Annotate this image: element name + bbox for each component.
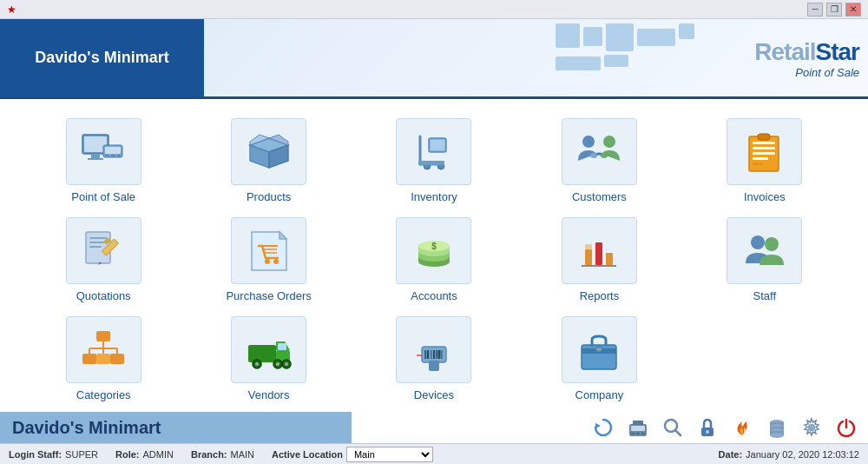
svg-point-113 — [809, 425, 815, 431]
logo-retail: Retail — [754, 37, 815, 64]
activity-button[interactable] — [727, 413, 757, 442]
svg-rect-61 — [96, 331, 110, 341]
purchase-orders-icon — [245, 227, 293, 275]
lock-button[interactable] — [693, 413, 722, 442]
module-customers[interactable]: Customers — [522, 115, 676, 207]
svg-rect-93 — [597, 348, 601, 350]
svg-rect-70 — [248, 345, 276, 362]
date-label: Date: — [719, 449, 743, 460]
module-label-staff: Staff — [753, 289, 777, 302]
svg-text:$: $ — [431, 242, 437, 251]
module-icon-box-accounts: $ — [396, 217, 471, 284]
svg-point-21 — [582, 136, 595, 148]
role-label: Role: — [115, 449, 140, 460]
svg-rect-67 — [110, 354, 124, 364]
module-label-accounts: Accounts — [411, 289, 457, 302]
module-inventory[interactable]: Inventory — [357, 115, 511, 207]
settings-icon — [800, 416, 823, 439]
location-info: Active Location Main — [272, 447, 433, 462]
svg-rect-97 — [631, 433, 635, 434]
module-reports[interactable]: Reports — [522, 214, 676, 306]
module-categories[interactable]: Categories — [26, 313, 181, 405]
module-icon-box-inventory — [396, 118, 471, 185]
header: Davido's Minimart RetailStar Point of Sa… — [0, 19, 868, 99]
module-devices[interactable]: Devices — [357, 313, 511, 405]
module-icon-box-staff — [727, 217, 802, 284]
reports-icon — [575, 227, 623, 275]
search-icon — [661, 416, 684, 439]
brand-area: Davido's Minimart — [0, 19, 204, 96]
module-label-inventory: Inventory — [411, 190, 457, 203]
module-label-customers: Customers — [572, 190, 627, 203]
module-products[interactable]: Products — [191, 115, 345, 207]
devices-icon — [410, 326, 458, 375]
svg-rect-30 — [753, 162, 763, 165]
module-icon-box-devices — [396, 316, 471, 383]
settings-button[interactable] — [797, 413, 826, 442]
svg-rect-96 — [631, 426, 645, 431]
module-company[interactable]: Company — [522, 313, 676, 405]
close-button[interactable]: ✕ — [845, 3, 861, 17]
module-label-reports: Reports — [580, 289, 620, 302]
module-label-quotations: Quotations — [76, 289, 131, 302]
module-purchase-orders[interactable]: Purchase Orders — [191, 214, 345, 306]
lock-icon — [696, 416, 719, 439]
brand-name: Davido's Minimart — [35, 49, 168, 67]
svg-point-79 — [285, 362, 288, 366]
svg-point-59 — [751, 235, 765, 249]
date-info: Date: January 02, 2020 12:03:12 — [719, 449, 859, 460]
module-icon-box-categories — [66, 316, 141, 383]
svg-rect-15 — [431, 140, 444, 150]
module-icon-box-quotations — [66, 217, 141, 284]
svg-rect-6 — [105, 155, 109, 156]
module-quotations[interactable]: Quotations — [26, 214, 181, 306]
svg-rect-73 — [278, 343, 286, 350]
module-pos[interactable]: Point of Sale — [26, 115, 181, 207]
branch-info: Branch: MAIN — [191, 449, 254, 460]
logo-subtitle: Point of Sale — [754, 65, 859, 78]
footer-toolbar — [589, 412, 861, 443]
module-icon-box-customers — [562, 118, 637, 185]
fire-icon — [731, 416, 753, 439]
date-value: January 02, 2020 12:03:12 — [746, 449, 859, 460]
role-value: ADMIN — [143, 449, 174, 460]
svg-point-22 — [603, 136, 615, 148]
module-accounts[interactable]: $ Accounts — [357, 214, 511, 306]
svg-point-60 — [765, 237, 779, 251]
refresh-button[interactable] — [589, 413, 618, 442]
decor-5 — [679, 23, 694, 39]
branch-value: MAIN — [231, 449, 255, 460]
decor-3 — [606, 23, 634, 51]
svg-point-23 — [590, 153, 597, 158]
svg-marker-94 — [595, 423, 601, 428]
module-icon-box-company — [562, 316, 637, 383]
svg-rect-35 — [89, 246, 102, 248]
register-icon — [626, 415, 650, 440]
pos-icon — [79, 128, 128, 176]
power-button[interactable] — [832, 413, 861, 442]
window-controls: ─ ❐ ✕ — [807, 3, 861, 17]
decor-6 — [556, 56, 601, 70]
active-location-select[interactable]: Main — [346, 447, 433, 462]
decor-2 — [583, 27, 602, 46]
svg-line-102 — [675, 430, 681, 435]
header-decoration — [556, 23, 694, 70]
logo-area: RetailStar Point of Sale — [754, 37, 859, 78]
svg-rect-33 — [89, 237, 107, 239]
vendors-icon — [245, 326, 293, 375]
inventory-icon — [410, 128, 458, 176]
search-button[interactable] — [658, 413, 687, 442]
minimize-button[interactable]: ─ — [807, 3, 823, 17]
svg-rect-58 — [585, 244, 592, 249]
restore-button[interactable]: ❐ — [826, 3, 842, 17]
power-icon — [835, 416, 858, 439]
module-staff[interactable]: Staff — [687, 214, 842, 306]
svg-point-24 — [601, 153, 608, 158]
main-content: Point of Sale Products — [0, 99, 868, 412]
register-button[interactable] — [623, 413, 653, 442]
module-invoices[interactable]: Invoices — [687, 115, 842, 207]
branch-label: Branch: — [191, 449, 227, 460]
database-button[interactable] — [762, 413, 792, 442]
module-vendors[interactable]: Vendors — [191, 313, 345, 405]
svg-point-77 — [276, 362, 279, 366]
